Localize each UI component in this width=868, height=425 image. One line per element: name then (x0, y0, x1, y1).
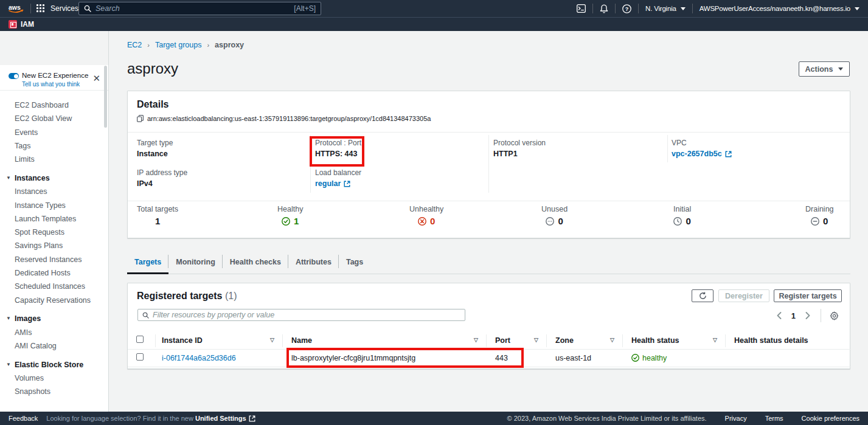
stat-unused: Unused 0 (541, 205, 568, 226)
new-experience-toggle[interactable] (9, 73, 19, 79)
close-icon[interactable]: ✕ (92, 74, 100, 83)
actions-button[interactable]: Actions (799, 61, 850, 77)
help-button[interactable]: ? (616, 0, 638, 17)
deregister-button[interactable]: Deregister (718, 289, 769, 302)
instance-id-link[interactable]: i-06f1744a6a25d36d6 (162, 354, 236, 362)
sidebar-item-instance-types[interactable]: Instance Types (0, 199, 108, 212)
cloudshell-button[interactable] (570, 0, 592, 17)
sort-icon[interactable]: ▽ (610, 337, 614, 343)
sidebar-item-savings-plans[interactable]: Savings Plans (0, 239, 108, 252)
aws-logo[interactable]: aws (8, 3, 25, 13)
sidebar-item-capacity-reservations[interactable]: Capacity Reservations (0, 294, 108, 307)
tab-bar: Targets Monitoring Health checks Attribu… (127, 252, 850, 274)
sidebar-item-ec2-global-view[interactable]: EC2 Global View (0, 112, 108, 125)
sidebar-item-volumes[interactable]: Volumes (0, 371, 108, 385)
top-navigation-bar: aws Services Search [Alt+S] (0, 0, 868, 17)
details-heading: Details (137, 99, 841, 110)
svg-text:aws: aws (9, 4, 21, 11)
favorite-iam-link[interactable]: IAM (21, 20, 34, 29)
divider (30, 4, 31, 13)
sidebar-item-snapshots[interactable]: Snapshots (0, 385, 108, 398)
field-vpc: VPC vpc-2657db5c (672, 139, 732, 158)
breadcrumb-current: asproxy (215, 41, 244, 49)
sidebar-item-dedicated-hosts[interactable]: Dedicated Hosts (0, 266, 108, 280)
main-content: EC2›Target groups›asproxy asproxy Action… (109, 31, 868, 412)
terms-link[interactable]: Terms (765, 415, 783, 422)
sidebar-item-tags[interactable]: Tags (0, 139, 108, 153)
sort-icon[interactable]: ▽ (713, 337, 717, 343)
tell-us-link[interactable]: Tell us what you think (22, 81, 80, 88)
page-number[interactable]: 1 (787, 311, 800, 320)
iam-service-icon (9, 20, 17, 29)
field-protocol-port: Protocol : Port HTTPS: 443 (315, 139, 361, 158)
sidebar-section-instances[interactable]: ▼Instances (0, 171, 108, 185)
sidebar-item-events[interactable]: Events (0, 126, 108, 139)
region-label: N. Virginia (645, 5, 676, 12)
column-header-name[interactable]: Name (291, 336, 312, 345)
table-row: i-06f1744a6a25d36d6 lb-asproxytyler-cfcg… (128, 349, 851, 367)
services-menu-button[interactable]: Services (36, 0, 78, 17)
notifications-button[interactable] (593, 0, 615, 17)
sidebar-item-launch-templates[interactable]: Launch Templates (0, 212, 108, 226)
sidebar-item-scheduled-instances[interactable]: Scheduled Instances (0, 280, 108, 293)
sort-icon[interactable]: ▽ (474, 337, 478, 343)
tab-health-checks[interactable]: Health checks (223, 252, 288, 274)
column-divider (310, 135, 311, 193)
cookie-preferences-link[interactable]: Cookie preferences (802, 415, 859, 422)
check-circle-icon (631, 354, 639, 362)
breadcrumb-ec2[interactable]: EC2 (127, 41, 142, 49)
breadcrumb: EC2›Target groups›asproxy (127, 41, 244, 49)
refresh-icon (699, 292, 707, 300)
sort-icon[interactable]: ▽ (270, 337, 274, 343)
copyright-text: © 2023, Amazon Web Services India Privat… (507, 415, 707, 422)
sidebar-section-images[interactable]: ▼Images (0, 312, 108, 325)
register-targets-button[interactable]: Register targets (774, 289, 842, 302)
previous-page-button[interactable] (771, 309, 787, 322)
column-header-health-status[interactable]: Health status (631, 336, 679, 345)
tab-monitoring[interactable]: Monitoring (168, 252, 223, 274)
global-search-input[interactable]: Search [Alt+S] (78, 2, 321, 15)
column-header-health-status-details[interactable]: Health status details (734, 336, 808, 345)
sort-icon[interactable]: ▽ (534, 337, 538, 343)
next-page-button[interactable] (800, 309, 816, 322)
account-label: AWSPowerUserAccess/navaneeth.kn@harness.… (700, 5, 850, 12)
refresh-button[interactable] (692, 289, 713, 302)
sidebar-item-ami-catalog[interactable]: AMI Catalog (0, 339, 108, 353)
field-target-type: Target type Instance (137, 139, 173, 158)
search-icon (142, 312, 149, 319)
target-port-cell: 443 (486, 349, 546, 367)
column-header-port[interactable]: Port (495, 336, 510, 345)
favorites-bar: IAM (0, 17, 868, 31)
load-balancer-link[interactable]: regular (315, 179, 341, 188)
row-checkbox[interactable] (136, 353, 144, 361)
section-caret-icon: ▼ (6, 358, 11, 371)
account-menu[interactable]: AWSPowerUserAccess/navaneeth.kn@harness.… (693, 0, 862, 17)
select-all-checkbox[interactable] (136, 336, 144, 343)
unified-settings-link[interactable]: Unified Settings (195, 415, 246, 422)
copy-icon[interactable] (137, 115, 144, 122)
filter-input[interactable]: Filter resources by property or value (137, 309, 465, 321)
sidebar-item-amis[interactable]: AMIs (0, 326, 108, 339)
column-header-zone[interactable]: Zone (555, 336, 574, 345)
tab-tags[interactable]: Tags (339, 252, 370, 274)
column-header-instance-id[interactable]: Instance ID (162, 336, 203, 345)
tab-attributes[interactable]: Attributes (288, 252, 339, 274)
feedback-link[interactable]: Feedback (9, 415, 38, 422)
sidebar-item-ec2-dashboard[interactable]: EC2 Dashboard (0, 98, 108, 112)
sidebar-item-spot-requests[interactable]: Spot Requests (0, 226, 108, 239)
privacy-link[interactable]: Privacy (725, 415, 747, 422)
sidebar-item-reserved-instances[interactable]: Reserved Instances (0, 253, 108, 266)
target-group-arn: arn:aws:elasticloadbalancing:us-east-1:3… (147, 115, 431, 122)
settings-gear-icon[interactable] (825, 311, 840, 320)
breadcrumb-chevron-icon: › (207, 41, 209, 49)
region-selector[interactable]: N. Virginia (639, 0, 692, 17)
sidebar-section-elastic-block-store[interactable]: ▼Elastic Block Store (0, 358, 108, 371)
tab-targets[interactable]: Targets (127, 252, 168, 274)
sidebar-scrollbar[interactable] (104, 66, 107, 128)
vpc-link[interactable]: vpc-2657db5c (672, 150, 722, 158)
breadcrumb-target-groups[interactable]: Target groups (155, 41, 201, 49)
sidebar-item-instances[interactable]: Instances (0, 185, 108, 198)
section-caret-icon: ▼ (6, 171, 11, 185)
registered-targets-heading: Registered targets (137, 291, 223, 301)
sidebar-item-limits[interactable]: Limits (0, 153, 108, 166)
